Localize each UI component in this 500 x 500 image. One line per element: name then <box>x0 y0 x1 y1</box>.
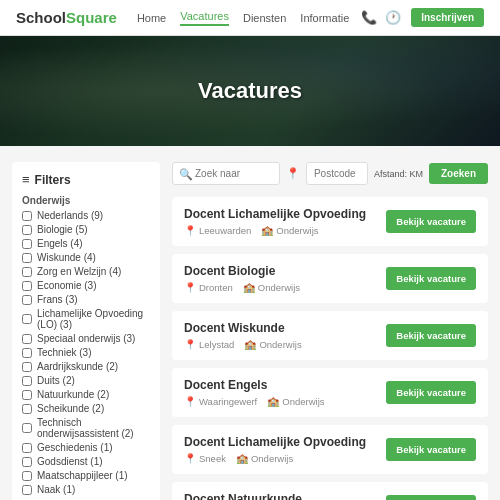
job-info: Docent Lichamelijke Opvoeding 📍 Sneek 🏫 … <box>184 435 374 464</box>
job-category: Onderwijs <box>258 282 300 293</box>
filter-checkbox[interactable] <box>22 314 32 324</box>
filter-item[interactable]: Lichamelijke Opvoeding (LO) (3) <box>22 308 150 330</box>
job-meta: 📍 Leeuwarden 🏫 Onderwijs <box>184 225 374 236</box>
nav-informatie[interactable]: Informatie <box>300 12 349 24</box>
location-icon: 📍 <box>184 225 196 236</box>
filter-label: Nederlands (9) <box>37 210 103 221</box>
filter-item[interactable]: Frans (3) <box>22 294 150 305</box>
bekijk-vacature-button[interactable]: Bekijk vacature <box>386 438 476 461</box>
nav-diensten[interactable]: Diensten <box>243 12 286 24</box>
category-icon: 🏫 <box>261 225 273 236</box>
filter-checkbox[interactable] <box>22 295 32 305</box>
filter-checkbox[interactable] <box>22 423 32 433</box>
category-icon: 🏫 <box>236 453 248 464</box>
filter-label: Maatschappijleer (1) <box>37 470 128 481</box>
filter-item[interactable]: Wiskunde (4) <box>22 252 150 263</box>
filter-item[interactable]: Godsdienst (1) <box>22 456 150 467</box>
filter-item[interactable]: Nederlands (9) <box>22 210 150 221</box>
job-location: Waaringewerf <box>199 396 257 407</box>
logo: SchoolSquare <box>16 9 117 26</box>
job-location: Leeuwarden <box>199 225 251 236</box>
filter-item[interactable]: Speciaal onderwijs (3) <box>22 333 150 344</box>
job-card: Docent Wiskunde 📍 Lelystad 🏫 Onderwijs B… <box>172 311 488 360</box>
job-title: Docent Engels <box>184 378 374 392</box>
filter-checkbox[interactable] <box>22 348 32 358</box>
job-info: Docent Natuurkunde 📍 Heerhugoward 🏫 Onde… <box>184 492 374 500</box>
bekijk-vacature-button[interactable]: Bekijk vacature <box>386 381 476 404</box>
filter-checkbox[interactable] <box>22 457 32 467</box>
filter-label: Economie (3) <box>37 280 96 291</box>
job-title: Docent Natuurkunde <box>184 492 374 500</box>
search-input-wrap: 🔍 <box>172 162 280 185</box>
filter-label: Scheikunde (2) <box>37 403 104 414</box>
zoeken-button[interactable]: Zoeken <box>429 163 488 184</box>
nav-home[interactable]: Home <box>137 12 166 24</box>
job-location: Lelystad <box>199 339 234 350</box>
job-category: Onderwijs <box>259 339 301 350</box>
nav-vacatures[interactable]: Vacatures <box>180 10 229 26</box>
bekijk-vacature-button[interactable]: Bekijk vacature <box>386 495 476 500</box>
job-card: Docent Natuurkunde 📍 Heerhugoward 🏫 Onde… <box>172 482 488 500</box>
filter-checkbox[interactable] <box>22 404 32 414</box>
location-icon: 📍 <box>184 396 196 407</box>
filter-checkbox[interactable] <box>22 334 32 344</box>
search-bar: 🔍 📍 Afstand: KM Zoeken <box>172 162 488 185</box>
location-icon: 📍 <box>184 339 196 350</box>
filter-checkbox[interactable] <box>22 239 32 249</box>
filter-item[interactable]: Techniek (3) <box>22 347 150 358</box>
filter-item[interactable]: Duits (2) <box>22 375 150 386</box>
filter-item[interactable]: Engels (4) <box>22 238 150 249</box>
filter-checkbox[interactable] <box>22 485 32 495</box>
filter-item[interactable]: Technisch onderwijsassistent (2) <box>22 417 150 439</box>
filter-checkbox[interactable] <box>22 211 32 221</box>
bekijk-vacature-button[interactable]: Bekijk vacature <box>386 267 476 290</box>
filter-checkbox[interactable] <box>22 281 32 291</box>
clock-icon[interactable]: 🕐 <box>385 10 401 25</box>
filter-label: Godsdienst (1) <box>37 456 103 467</box>
filter-checkbox[interactable] <box>22 225 32 235</box>
filter-label: Naak (1) <box>37 484 75 495</box>
filter-label: Wiskunde (4) <box>37 252 96 263</box>
phone-icon[interactable]: 📞 <box>361 10 377 25</box>
logo-square: Square <box>66 9 117 26</box>
filter-item[interactable]: Geschiedenis (1) <box>22 442 150 453</box>
filter-label: Lichamelijke Opvoeding (LO) (3) <box>37 308 150 330</box>
filter-label: Biologie (5) <box>37 224 88 235</box>
bekijk-vacature-button[interactable]: Bekijk vacature <box>386 210 476 233</box>
job-location: Dronten <box>199 282 233 293</box>
sidebar: ≡ Filters Onderwijs Nederlands (9) Biolo… <box>12 162 160 500</box>
filter-item[interactable]: Economie (3) <box>22 280 150 291</box>
category-icon: 🏫 <box>267 396 279 407</box>
postcode-input[interactable] <box>306 162 368 185</box>
job-title: Docent Lichamelijke Opvoeding <box>184 207 374 221</box>
sidebar-title: Filters <box>35 173 71 187</box>
job-title: Docent Wiskunde <box>184 321 374 335</box>
filter-checkbox[interactable] <box>22 253 32 263</box>
job-card: Docent Biologie 📍 Dronten 🏫 Onderwijs Be… <box>172 254 488 303</box>
filter-item[interactable]: Maatschappijleer (1) <box>22 470 150 481</box>
sidebar-section-onderwijs: Onderwijs <box>22 195 150 206</box>
bekijk-vacature-button[interactable]: Bekijk vacature <box>386 324 476 347</box>
filter-item[interactable]: Biologie (5) <box>22 224 150 235</box>
filter-item[interactable]: Scheikunde (2) <box>22 403 150 414</box>
hero-banner: Vacatures <box>0 36 500 146</box>
job-info: Docent Engels 📍 Waaringewerf 🏫 Onderwijs <box>184 378 374 407</box>
location-icon: 📍 <box>286 167 300 180</box>
filter-item[interactable]: Naak (1) <box>22 484 150 495</box>
filter-label: Techniek (3) <box>37 347 91 358</box>
filter-label: Engels (4) <box>37 238 83 249</box>
filter-checkbox[interactable] <box>22 362 32 372</box>
filter-item[interactable]: Zorg en Welzijn (4) <box>22 266 150 277</box>
hero-title: Vacatures <box>198 78 302 104</box>
filter-checkbox[interactable] <box>22 443 32 453</box>
job-location: Sneek <box>199 453 226 464</box>
inschrijven-button[interactable]: Inschrijven <box>411 8 484 27</box>
job-card: Docent Lichamelijke Opvoeding 📍 Sneek 🏫 … <box>172 425 488 474</box>
job-info: Docent Lichamelijke Opvoeding 📍 Leeuward… <box>184 207 374 236</box>
filter-checkbox[interactable] <box>22 471 32 481</box>
filter-checkbox[interactable] <box>22 376 32 386</box>
filter-checkbox[interactable] <box>22 267 32 277</box>
filter-item[interactable]: Natuurkunde (2) <box>22 389 150 400</box>
filter-item[interactable]: Aardrijkskunde (2) <box>22 361 150 372</box>
filter-checkbox[interactable] <box>22 390 32 400</box>
